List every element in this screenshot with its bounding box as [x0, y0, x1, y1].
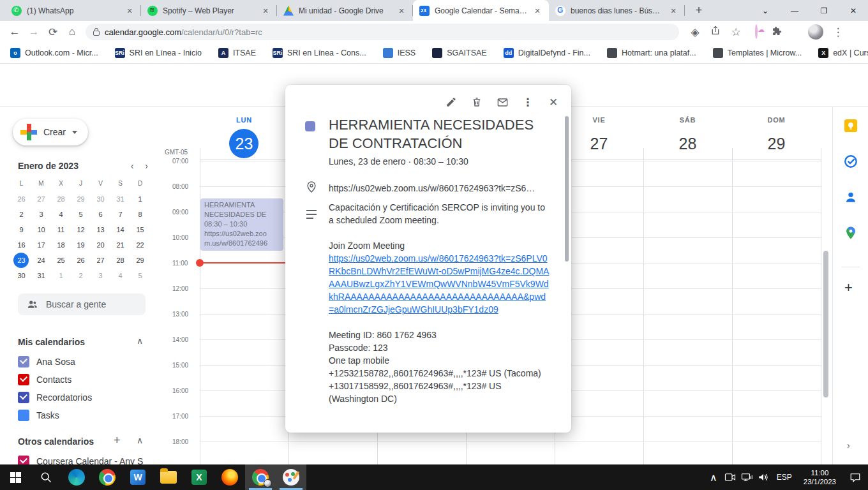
mini-calendar-day[interactable]: 20: [91, 237, 110, 253]
meet-now-icon[interactable]: [722, 473, 738, 482]
edit-event-icon[interactable]: [444, 94, 459, 110]
tab-search-icon[interactable]: ⌄: [751, 6, 780, 15]
email-guests-icon[interactable]: [495, 94, 510, 110]
mini-calendar-day[interactable]: 31: [110, 191, 130, 207]
file-explorer-icon[interactable]: [153, 464, 184, 490]
bookmark-item[interactable]: o Outlook.com - Micr...: [10, 48, 98, 58]
maximize-button[interactable]: ❐: [809, 6, 839, 15]
word-icon[interactable]: W: [123, 464, 153, 490]
tab-close-icon[interactable]: ✕: [124, 6, 135, 16]
start-button[interactable]: [0, 464, 31, 490]
mini-calendar-day[interactable]: 31: [31, 268, 51, 283]
calendar-checkbox[interactable]: [18, 356, 29, 368]
chrome-active-icon[interactable]: [245, 464, 276, 490]
tab-close-icon[interactable]: ✕: [260, 6, 271, 16]
mini-calendar-day[interactable]: 4: [51, 207, 71, 222]
mini-calendar-day[interactable]: 5: [130, 268, 150, 283]
create-button[interactable]: Crear: [13, 119, 88, 145]
mini-calendar-day[interactable]: 16: [11, 237, 31, 253]
address-bar[interactable]: calendar.google.com/calendar/u/0/r?tab=r…: [86, 24, 679, 40]
mini-calendar-day[interactable]: 4: [110, 268, 130, 283]
mini-calendar-day[interactable]: 2: [11, 207, 31, 222]
forward-icon[interactable]: →: [24, 26, 43, 38]
browser-tab[interactable]: Mi unidad - Google Drive ✕: [277, 0, 413, 21]
lock-icon[interactable]: [93, 31, 100, 36]
bookmark-item[interactable]: X edX | Cursos en líne...: [818, 48, 868, 58]
calendar-checkbox[interactable]: [18, 456, 29, 464]
mini-calendar-day[interactable]: 15: [130, 222, 150, 237]
mini-calendar-day[interactable]: 3: [31, 207, 51, 222]
mini-calendar-day[interactable]: 28: [51, 191, 71, 207]
back-icon[interactable]: ←: [5, 26, 24, 38]
tab-close-icon[interactable]: ✕: [396, 6, 407, 16]
hidden-icons-chevron[interactable]: ∧: [705, 471, 722, 484]
bookmark-item[interactable]: IESS: [383, 48, 416, 58]
delete-event-icon[interactable]: [469, 94, 484, 110]
bookmark-item[interactable]: SGAITSAE: [432, 48, 487, 58]
paint-icon[interactable]: [276, 464, 306, 490]
media-router-icon[interactable]: ◈: [685, 26, 705, 39]
share-icon[interactable]: [706, 26, 725, 39]
browser-tab[interactable]: buenos dias lunes - Búsqued ✕: [549, 0, 685, 21]
network-icon[interactable]: [738, 472, 755, 482]
calendar-checkbox[interactable]: [18, 410, 29, 421]
chrome-icon[interactable]: [92, 464, 123, 490]
mini-calendar-day[interactable]: 14: [110, 222, 130, 237]
taskbar-clock[interactable]: 11:00 23/1/2023: [797, 468, 842, 486]
firefox-icon[interactable]: [214, 464, 245, 490]
mini-calendar-day[interactable]: 1: [51, 268, 71, 283]
close-window-button[interactable]: ✕: [839, 6, 868, 15]
mini-calendar-day[interactable]: 27: [91, 253, 110, 268]
extension-weather-icon[interactable]: [747, 26, 766, 38]
mini-calendar-day[interactable]: 29: [71, 191, 91, 207]
collapse-my-calendars-icon[interactable]: ∧: [137, 336, 143, 346]
mini-cal-next-icon[interactable]: ›: [145, 161, 148, 171]
home-icon[interactable]: ⌂: [63, 26, 82, 38]
close-popup-icon[interactable]: ✕: [546, 94, 561, 110]
bookmark-item[interactable]: SRi SRI en Línea - Inicio: [115, 48, 202, 58]
mini-calendar-day[interactable]: 6: [91, 207, 110, 222]
day-number[interactable]: 28: [643, 129, 732, 158]
tab-close-icon[interactable]: ✕: [532, 6, 542, 16]
mini-calendar-day[interactable]: 30: [11, 268, 31, 283]
day-number[interactable]: 23: [200, 129, 288, 158]
browser-profile-avatar[interactable]: [808, 24, 827, 40]
browser-tab[interactable]: (1) WhatsApp ✕: [5, 0, 141, 21]
hour-row[interactable]: 18:00: [163, 442, 832, 464]
bookmark-item[interactable]: dd DigitalDefynd - Fin...: [504, 48, 590, 58]
mini-calendar-day[interactable]: 11: [51, 222, 71, 237]
add-other-calendar-icon[interactable]: +: [114, 434, 121, 447]
mini-calendar-day[interactable]: 18: [51, 237, 71, 253]
excel-icon[interactable]: X: [184, 464, 214, 490]
mini-calendar-day[interactable]: 8: [130, 207, 150, 222]
extensions-icon[interactable]: [767, 26, 786, 38]
edge-icon[interactable]: [61, 464, 92, 490]
calendar-list-item[interactable]: Tasks: [18, 410, 59, 421]
mini-calendar-day[interactable]: 17: [31, 237, 51, 253]
mini-calendar-day[interactable]: 2: [71, 268, 91, 283]
volume-icon[interactable]: [755, 472, 772, 482]
calendar-list-item[interactable]: Ana Sosa: [18, 356, 75, 368]
language-indicator[interactable]: ESP: [772, 473, 797, 482]
tasks-icon[interactable]: [844, 154, 858, 168]
day-header[interactable]: LUN 23: [200, 116, 288, 158]
calendar-checkbox[interactable]: [18, 374, 29, 385]
mini-calendar-day[interactable]: 30: [91, 191, 110, 207]
calendar-list-item[interactable]: Contacts: [18, 374, 71, 385]
mini-calendar-day[interactable]: 22: [130, 237, 150, 253]
grid-scrollbar[interactable]: [823, 251, 828, 397]
mini-calendar-day[interactable]: 21: [110, 237, 130, 253]
browser-tab[interactable]: Google Calendar - Semana d ✕: [413, 0, 549, 21]
mini-cal-prev-icon[interactable]: ‹: [131, 161, 134, 171]
calendar-list-item[interactable]: Recordatorios: [18, 392, 92, 403]
bookmark-item[interactable]: Hotmart: una plataf...: [607, 48, 696, 58]
tab-close-icon[interactable]: ✕: [668, 6, 678, 16]
bookmark-item[interactable]: Templates | Microw...: [713, 48, 802, 58]
hide-panel-icon[interactable]: ›: [847, 440, 850, 450]
mini-calendar-day[interactable]: 10: [31, 222, 51, 237]
mini-calendar-day[interactable]: 29: [130, 253, 150, 268]
new-tab-button[interactable]: +: [690, 2, 708, 20]
mini-calendar-day[interactable]: 5: [71, 207, 91, 222]
browser-menu-icon[interactable]: ⋮: [828, 26, 848, 39]
collapse-other-calendars-icon[interactable]: ∧: [137, 435, 143, 445]
